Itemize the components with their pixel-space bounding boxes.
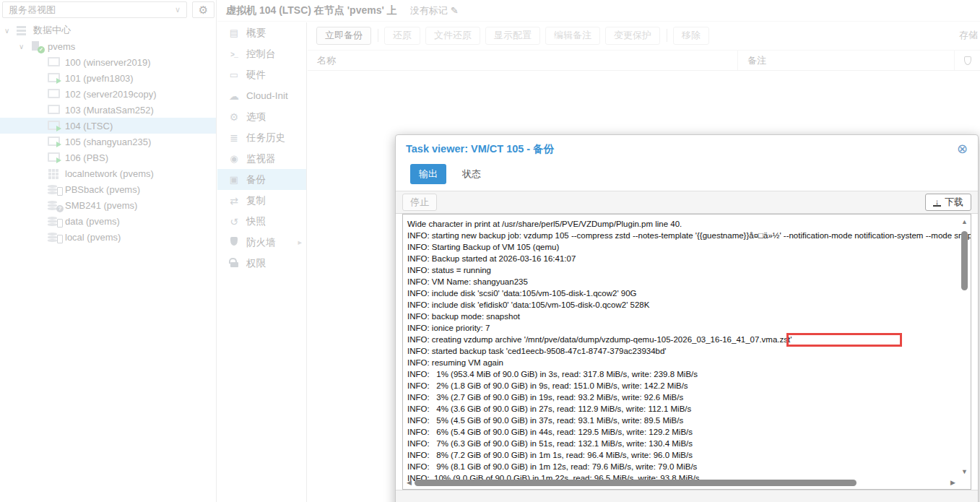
task-log-panel: Wide character in print at /usr/share/pe… <box>402 214 971 490</box>
tree-item[interactable]: ∨ local (pvems) <box>0 229 216 245</box>
horizontal-scrollbar[interactable]: ◀ ▶ <box>404 478 958 488</box>
expander-icon[interactable]: ∨ <box>19 43 30 51</box>
scroll-right-icon[interactable]: ▶ <box>950 479 955 486</box>
download-button[interactable]: ↓ 下载 <box>925 194 971 211</box>
scroll-down-icon[interactable]: ▼ <box>959 468 970 475</box>
log-line: INFO: include disk 'scsi0' 'data:105/vm-… <box>407 287 958 299</box>
tree-item-label: 104 (LTSC) <box>65 121 113 131</box>
toolbar-button[interactable]: 立即备份 <box>316 27 371 45</box>
nav-item[interactable]: Cloud-Init ▸ <box>217 85 306 106</box>
toolbar-button[interactable]: 显示配置 <box>485 27 540 45</box>
tree-item[interactable]: ∨ 100 (winserver2019) <box>0 54 216 70</box>
expander-icon[interactable]: ∨ <box>4 27 15 35</box>
tree-item-label: localnetwork (pvems) <box>65 168 154 179</box>
tree-item-icon <box>47 152 60 163</box>
scroll-up-icon[interactable]: ▲ <box>959 218 970 225</box>
tab[interactable]: 输出 <box>410 164 446 184</box>
dialog-tabs: 输出 状态 <box>396 163 978 189</box>
toolbar-button[interactable] <box>378 29 378 42</box>
nav-item[interactable]: 控制台 ▸ <box>217 43 306 64</box>
toolbar-button[interactable] <box>667 29 667 42</box>
resource-tree: ∨ 数据中心 ∨ pvems ∨ 100 (winserver2019) <box>0 22 216 245</box>
tree-item-label: local (pvems) <box>65 232 121 243</box>
tab[interactable]: 状态 <box>454 164 490 184</box>
nav-item-label: 权限 <box>246 257 266 270</box>
toolbar-button[interactable]: 还原 <box>384 27 420 45</box>
tree-item[interactable]: ∨ 102 (server2019copy) <box>0 86 216 102</box>
resource-tree-panel: 服务器视图 ∨ ⚙ ∨ 数据中心 ∨ pvems <box>0 0 217 502</box>
toolbar-button[interactable]: 文件还原 <box>425 27 480 45</box>
tree-item-icon <box>47 183 60 195</box>
tree-settings-button[interactable]: ⚙ <box>192 1 214 18</box>
tree-item-label: data (pvems) <box>65 216 120 227</box>
log-line: INFO: 2% (1.8 GiB of 90.0 GiB) in 9s, re… <box>407 380 958 391</box>
nav-item[interactable]: 任务历史 ▸ <box>217 127 306 148</box>
log-line: INFO: backup mode: snapshot <box>407 311 958 322</box>
log-line: INFO: starting new backup job: vzdump 10… <box>407 230 958 241</box>
backup-grid-header: 名称 备注 <box>308 50 980 71</box>
nav-item-icon <box>227 27 241 38</box>
view-selector-label: 服务器视图 <box>9 4 56 17</box>
tree-item-label: 103 (MurataSam252) <box>65 105 154 116</box>
nav-item[interactable]: 概要 ▸ <box>217 22 306 43</box>
log-line: INFO: resuming VM again <box>407 357 958 368</box>
tree-item[interactable]: ∨ 105 (shangyuan235) <box>0 134 216 150</box>
close-icon[interactable]: ⊗ <box>957 142 968 155</box>
tree-item-icon <box>30 40 43 52</box>
nav-item[interactable]: 备份 ▸ <box>217 169 306 190</box>
nav-item-icon <box>227 69 241 80</box>
nav-item-label: 任务历史 <box>246 131 285 144</box>
tree-item-icon <box>47 104 60 116</box>
log-line: INFO: started backup task 'ced1eecb-9508… <box>407 345 958 357</box>
nav-item[interactable]: 复制 ▸ <box>217 190 306 211</box>
nav-item-icon <box>227 153 241 164</box>
tree-item[interactable]: ∨ localnetwork (pvems) <box>0 165 216 181</box>
log-line: INFO: 6% (5.4 GiB of 90.0 GiB) in 44s, r… <box>407 426 958 438</box>
column-header-name[interactable]: 名称 <box>308 51 738 70</box>
tree-item-label: 106 (PBS) <box>65 152 108 163</box>
nav-item[interactable]: 权限 ▸ <box>217 253 306 274</box>
tree-item[interactable]: ∨ PBSback (pvems) <box>0 181 216 197</box>
edit-tags-pencil-icon[interactable]: ✎ <box>451 5 459 16</box>
nav-item[interactable]: 快照 ▸ <box>217 211 306 232</box>
submenu-arrow-icon: ▸ <box>298 238 302 247</box>
toolbar-button[interactable]: 编辑备注 <box>545 27 600 45</box>
nav-item-icon <box>227 132 241 144</box>
tree-item[interactable]: ∨ 101 (pvefn1803) <box>0 70 216 86</box>
stop-button[interactable]: 停止 <box>402 194 437 211</box>
task-log-output: Wide character in print at /usr/share/pe… <box>407 218 958 484</box>
tree-item[interactable]: ∨ 106 (PBS) <box>0 150 216 165</box>
nav-item[interactable]: 硬件 ▸ <box>217 64 306 85</box>
toolbar-button[interactable]: 移除 <box>673 27 709 45</box>
horizontal-scrollbar-thumb[interactable] <box>415 480 857 486</box>
toolbar-button[interactable]: 变更保护 <box>605 27 660 45</box>
log-line: INFO: 7% (6.3 GiB of 90.0 GiB) in 51s, r… <box>407 438 958 449</box>
view-selector-combo[interactable]: 服务器视图 ∨ <box>2 1 187 18</box>
nav-item[interactable]: 选项 ▸ <box>217 106 306 127</box>
vertical-scrollbar[interactable]: ▲ ▼ <box>959 215 970 478</box>
tree-item[interactable]: ∨ data (pvems) <box>0 213 216 229</box>
vertical-scrollbar-thumb[interactable] <box>961 231 968 290</box>
column-header-notes[interactable]: 备注 <box>738 51 955 70</box>
tree-item-icon <box>47 199 60 211</box>
tree-item[interactable]: ∨ pvems <box>0 38 216 54</box>
nav-item-icon <box>227 90 241 102</box>
tree-item-icon <box>47 136 60 147</box>
tree-item-icon <box>47 88 60 100</box>
scroll-left-icon[interactable]: ◀ <box>407 479 412 486</box>
tree-item-label: 数据中心 <box>33 24 71 37</box>
dialog-header[interactable]: Task viewer: VM/CT 105 - 备份 ⊗ <box>396 135 978 163</box>
nav-item-label: 防火墙 <box>246 236 276 249</box>
tree-item[interactable]: ∨ 104 (LTSC) <box>0 118 216 134</box>
tree-item[interactable]: ∨ 103 (MurataSam252) <box>0 102 216 118</box>
log-line: INFO: 3% (2.7 GiB of 90.0 GiB) in 19s, r… <box>407 391 958 403</box>
tree-item[interactable]: ∨ 数据中心 <box>0 22 216 38</box>
tree-item-icon <box>47 56 60 68</box>
column-header-protected[interactable] <box>955 51 980 70</box>
annotation-red-box <box>786 333 902 347</box>
log-line: INFO: include disk 'efidisk0' 'data:105/… <box>407 299 958 311</box>
nav-item[interactable]: 监视器 ▸ <box>217 148 306 169</box>
tree-item[interactable]: ∨ SMB241 (pvems) <box>0 197 216 213</box>
nav-item[interactable]: 防火墙 ▸ <box>217 232 306 253</box>
tree-item-icon <box>15 25 28 36</box>
